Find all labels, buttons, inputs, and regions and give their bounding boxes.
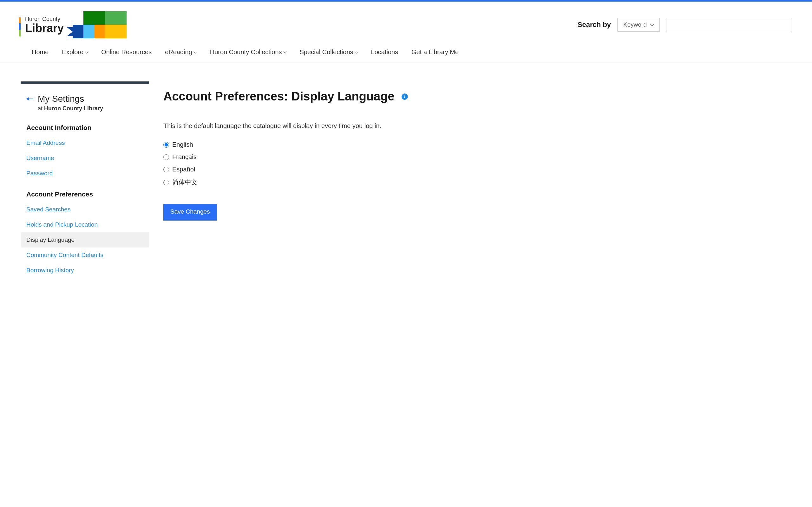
link-display-language[interactable]: Display Language [20, 232, 149, 247]
settings-sidebar: My Settings at Huron County Library Acco… [20, 81, 149, 278]
save-button[interactable]: Save Changes [163, 204, 217, 221]
nav-locations[interactable]: Locations [371, 49, 398, 56]
sidebar-subtitle: at Huron County Library [38, 105, 143, 112]
link-borrowing-history[interactable]: Borrowing History [20, 263, 149, 278]
chevron-down-icon [85, 50, 89, 53]
radio-espanol[interactable]: Español [163, 163, 792, 176]
link-saved-searches[interactable]: Saved Searches [20, 202, 149, 217]
logo-stripe-icon [19, 17, 20, 37]
chevron-down-icon [283, 50, 287, 53]
nav-ereading[interactable]: eReading [165, 49, 197, 56]
link-email-address[interactable]: Email Address [20, 135, 149, 151]
back-to-settings[interactable]: My Settings [26, 94, 143, 104]
section-account-information: Account Information [20, 114, 149, 135]
nav-explore[interactable]: Explore [62, 49, 88, 56]
radio-english[interactable]: English [163, 138, 792, 151]
search-by-label: Search by [577, 20, 611, 29]
nav-home[interactable]: Home [32, 49, 49, 56]
arrow-left-icon [26, 99, 33, 100]
radio-input[interactable] [163, 154, 169, 160]
main-nav: Home Explore Online Resources eReading H… [0, 42, 812, 62]
main-panel: Account Preferences: Display Language i … [163, 81, 792, 221]
header: Huron County Library Search by Keyword [0, 2, 812, 42]
link-holds-pickup[interactable]: Holds and Pickup Location [20, 217, 149, 232]
chevron-down-icon [194, 50, 197, 53]
radio-input[interactable] [163, 180, 169, 185]
sidebar-title: My Settings [38, 94, 84, 104]
search-type-selected: Keyword [623, 21, 647, 28]
library-logo[interactable]: Huron County Library [20, 11, 126, 38]
nav-membership[interactable]: Get a Library Me [411, 49, 459, 56]
link-username[interactable]: Username [20, 151, 149, 166]
search-input[interactable] [666, 18, 792, 32]
radio-francais[interactable]: Français [163, 151, 792, 163]
nav-special-collections[interactable]: Special Collections [300, 49, 358, 56]
radio-input[interactable] [163, 167, 169, 172]
language-radio-group: English Français Español 简体中文 [163, 138, 792, 189]
page-title: Account Preferences: Display Language i [163, 90, 792, 103]
link-password[interactable]: Password [20, 166, 149, 181]
radio-chinese[interactable]: 简体中文 [163, 176, 792, 189]
page-description: This is the default language the catalog… [163, 122, 792, 130]
logo-line-2: Library [25, 22, 64, 34]
link-community-content-defaults[interactable]: Community Content Defaults [20, 247, 149, 263]
content-area: My Settings at Huron County Library Acco… [0, 62, 812, 291]
search-type-dropdown[interactable]: Keyword [617, 18, 660, 32]
nav-huron-collections[interactable]: Huron County Collections [210, 49, 287, 56]
radio-input[interactable] [163, 142, 169, 148]
chevron-down-icon [650, 22, 654, 26]
logo-blocks-icon [72, 11, 126, 38]
nav-online-resources[interactable]: Online Resources [101, 49, 152, 56]
section-account-preferences: Account Preferences [20, 181, 149, 202]
search-area: Search by Keyword [577, 18, 792, 32]
info-icon[interactable]: i [402, 94, 408, 100]
chevron-down-icon [355, 50, 358, 53]
